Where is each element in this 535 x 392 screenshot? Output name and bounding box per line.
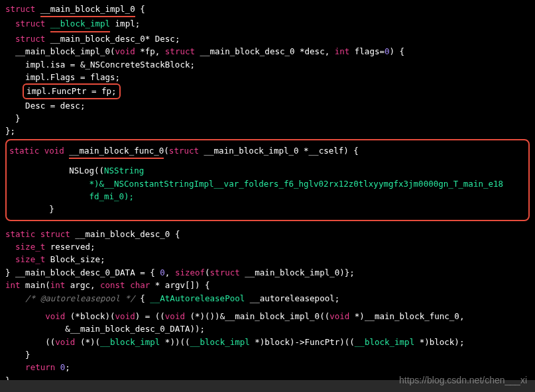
- underline-func-name: __main_block_func_0: [69, 144, 164, 159]
- code-line: } __main_block_desc_0_DATA = { 0, sizeof…: [5, 266, 530, 279]
- blank-line: [9, 159, 526, 164]
- code-line: *)&__NSConstantStringImpl__var_folders_f…: [9, 177, 526, 190]
- code-line: };: [5, 124, 530, 137]
- blank-line: [5, 305, 530, 310]
- code-line: }: [5, 112, 530, 124]
- code-line: NSLog((NSString: [9, 164, 526, 177]
- code-line: }: [5, 348, 530, 361]
- code-line: ((void (*)(__block_impl *))((__block_imp…: [5, 336, 530, 348]
- code-block: struct __main_block_impl_0 { struct __bl…: [5, 3, 530, 392]
- highlight-func-box: static void __main_block_func_0(struct _…: [5, 139, 530, 221]
- code-line: __main_block_impl_0(void *fp, struct __m…: [5, 45, 530, 58]
- code-line: static struct __main_block_desc_0 {: [5, 228, 530, 240]
- code-line: size_t Block_size;: [5, 253, 530, 266]
- code-line: }: [9, 203, 526, 215]
- code-line: fd_mi_0);: [9, 190, 526, 203]
- highlight-funcptr-box: impl.FuncPtr = fp;: [23, 83, 120, 99]
- code-line: impl.isa = &_NSConcreteStackBlock;: [5, 58, 530, 71]
- code-line: impl.FuncPtr = fp;: [5, 83, 530, 99]
- underline-block-impl: __block_impl: [50, 17, 110, 32]
- code-line: void (*block)(void) = ((void (*)())&__ma…: [5, 310, 530, 322]
- code-line: impl.Flags = flags;: [5, 71, 530, 83]
- code-line: size_t reserved;: [5, 240, 530, 253]
- watermark: https://blog.csdn.net/chen___xi: [399, 373, 527, 388]
- code-line: return 0;: [5, 361, 530, 373]
- code-line: static void __main_block_func_0(struct _…: [9, 144, 526, 159]
- code-line: Desc = desc;: [5, 99, 530, 112]
- code-line: /* @autoreleasepool */ { __AtAutorelease…: [5, 292, 530, 305]
- code-line: struct __main_block_desc_0* Desc;: [5, 32, 530, 45]
- code-line: struct __block_impl impl;: [5, 17, 530, 32]
- code-line: int main(int argc, const char * argv[]) …: [5, 279, 530, 291]
- underline-struct-name: __main_block_impl_0: [40, 3, 135, 17]
- code-line: &__main_block_desc_0_DATA));: [5, 322, 530, 335]
- code-line: struct __main_block_impl_0 {: [5, 3, 530, 17]
- blank-line: [5, 222, 530, 228]
